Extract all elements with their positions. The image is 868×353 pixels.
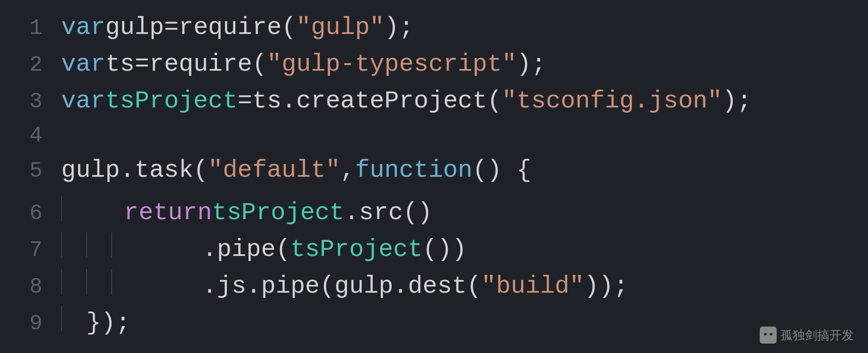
- code-content-7: .pipe( tsProject ()): [61, 231, 466, 268]
- func-signature: () {: [473, 152, 531, 189]
- identifier-gulp-2: gulp: [61, 152, 120, 189]
- line-number-1: 1: [14, 12, 42, 45]
- string-gulp-typescript: "gulp-typescript": [267, 46, 517, 83]
- code-line-5: 5 gulp .task( "default" , function () {: [0, 152, 868, 195]
- line-number-7: 7: [14, 234, 42, 267]
- line-number-3: 3: [14, 86, 42, 118]
- code-content-9: });: [61, 305, 130, 342]
- identifier-gulp: gulp: [105, 9, 164, 46]
- indent-bar-8-3: [111, 269, 127, 295]
- paren-close-semi-2: );: [516, 46, 546, 83]
- method-pipe-1: .pipe(: [202, 231, 290, 268]
- keyword-var: var: [61, 9, 105, 46]
- indent-bar-7-3: [111, 232, 127, 258]
- line-number-2: 2: [14, 49, 42, 82]
- indent-bar-7-2: [86, 232, 102, 258]
- keyword-return: return: [124, 195, 212, 231]
- identifier-tsproject-3: tsProject: [290, 231, 423, 268]
- indent-bar-8-2: [86, 269, 102, 295]
- code-content-1: var gulp = require ( "gulp" );: [61, 9, 414, 46]
- identifier-ts-2: ts: [252, 83, 281, 120]
- code-line-2: 2 var ts = require ( "gulp-typescript" )…: [0, 46, 868, 83]
- paren-open-2: (: [252, 46, 267, 83]
- func-require: require: [179, 9, 281, 46]
- paren-close-semi: );: [385, 9, 414, 46]
- line-number-9: 9: [14, 308, 42, 340]
- operator-assign-3: =: [237, 83, 252, 120]
- indent-bar-6-1: [61, 196, 77, 221]
- method-createproject: .createProject(: [281, 83, 502, 120]
- operator-assign-2: =: [135, 46, 149, 83]
- code-line-3: 3 var tsProject = ts .createProject( "ts…: [0, 83, 868, 120]
- watermark: 孤独剑搞开发: [760, 327, 854, 344]
- code-content-8: .js.pipe( gulp .dest( "build" ));: [61, 268, 628, 305]
- string-gulp: "gulp": [296, 9, 384, 46]
- svg-rect-0: [760, 327, 777, 344]
- code-content-6: return tsProject .src(): [61, 195, 433, 231]
- keyword-var-3: var: [61, 83, 105, 120]
- svg-point-2: [770, 333, 772, 336]
- indent-bar-8-1: [61, 269, 77, 295]
- code-line-1: 1 var gulp = require ( "gulp" );: [0, 9, 868, 46]
- method-src: .src(): [344, 195, 432, 231]
- identifier-gulp-3: gulp: [335, 268, 394, 305]
- line-number-5: 5: [14, 155, 42, 188]
- code-editor: 1 var gulp = require ( "gulp" ); 2 var t…: [0, 0, 868, 353]
- paren-open: (: [281, 9, 296, 46]
- method-js-pipe: .js.pipe(: [202, 268, 335, 305]
- string-tsconfig: "tsconfig.json": [502, 83, 722, 120]
- line-number-4: 4: [14, 120, 42, 152]
- code-line-7: 7 .pipe( tsProject ()): [0, 231, 868, 268]
- close-dest: ));: [584, 268, 628, 305]
- operator-assign: =: [164, 9, 178, 46]
- line-number-6: 6: [14, 197, 42, 230]
- svg-point-1: [764, 333, 767, 336]
- code-line-8: 8 .js.pipe( gulp .dest( "build" ));: [0, 268, 868, 305]
- indent-bar-9-1: [61, 306, 77, 331]
- identifier-ts: ts: [105, 46, 135, 83]
- identifier-tsproject: tsProject: [105, 83, 238, 120]
- paren-close-semi-3: );: [722, 83, 751, 120]
- wechat-icon: [760, 327, 777, 344]
- string-build: "build": [482, 268, 584, 305]
- line-number-8: 8: [14, 271, 42, 304]
- code-content-5: gulp .task( "default" , function () {: [61, 152, 531, 189]
- comma-space: ,: [340, 152, 355, 189]
- string-default: "default": [208, 152, 340, 189]
- code-line-9: 9 });: [0, 305, 868, 342]
- keyword-var-2: var: [61, 46, 105, 83]
- code-content-3: var tsProject = ts .createProject( "tsco…: [61, 83, 752, 120]
- identifier-tsproject-2: tsProject: [212, 195, 344, 231]
- watermark-text: 孤独剑搞开发: [780, 327, 854, 344]
- close-task: });: [86, 305, 130, 342]
- code-line-4: 4: [0, 120, 868, 152]
- method-task: .task(: [120, 152, 208, 189]
- func-require-2: require: [149, 46, 252, 83]
- code-line-6: 6 return tsProject .src(): [0, 195, 868, 231]
- code-content-2: var ts = require ( "gulp-typescript" );: [61, 46, 546, 83]
- method-dest: .dest(: [393, 268, 481, 305]
- call-close-1: ()): [423, 231, 467, 268]
- keyword-function: function: [355, 152, 473, 189]
- indent-bar-7-1: [61, 232, 77, 258]
